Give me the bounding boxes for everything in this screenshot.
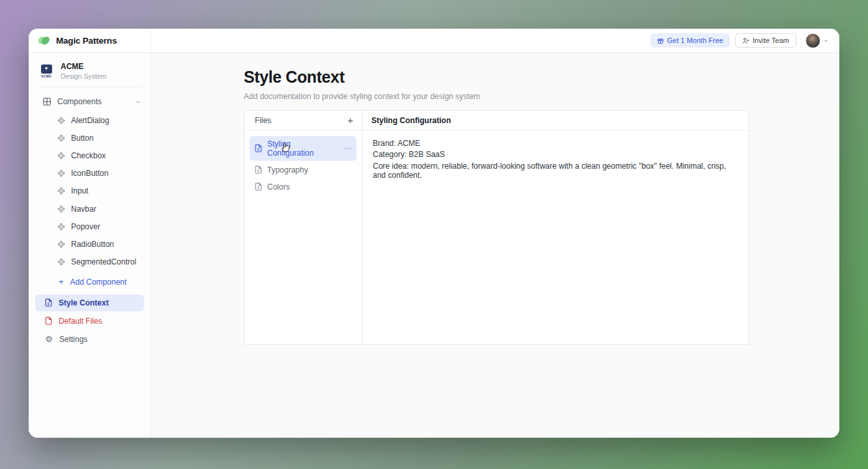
get-month-free-button[interactable]: Get 1 Month Free <box>650 33 730 48</box>
user-plus-icon <box>742 37 749 44</box>
invite-team-label: Invite Team <box>753 36 789 44</box>
workspace-name: ACME <box>61 62 107 71</box>
files-header: Files + <box>244 111 362 130</box>
style-context-panel: Files + Styling Configuration Styling Co <box>244 110 749 345</box>
account-menu[interactable] <box>805 33 829 48</box>
chevron-down-icon <box>134 98 141 106</box>
gear-icon: ⚙ <box>44 335 53 343</box>
sidebar-item-segmentedcontrol[interactable]: SegmentedControl <box>29 253 151 271</box>
detail-line-category: Category: B2B SaaS <box>373 150 738 160</box>
brand-name: Magic Patterns <box>56 36 117 46</box>
component-icon <box>57 169 65 177</box>
magic-patterns-logo-icon <box>37 35 51 46</box>
sidebar-item-default-files[interactable]: Default Files <box>35 313 144 330</box>
settings-label: Settings <box>59 335 87 344</box>
sidebar-item-alertdialog[interactable]: AlertDialog <box>29 111 151 129</box>
sidebar-item-input[interactable]: Input <box>29 182 151 200</box>
sidebar-item-settings[interactable]: ⚙ Settings <box>35 331 144 348</box>
style-context-label: Style Context <box>59 298 109 307</box>
file-item-typography[interactable]: Typography <box>250 162 356 178</box>
sidebar-item-iconbutton[interactable]: IconButton <box>29 165 151 182</box>
file-item-colors[interactable]: Colors <box>250 179 356 195</box>
panel-header: Files + Styling Configuration <box>244 111 749 131</box>
component-icon <box>57 205 65 213</box>
panel-body: Styling Configuration ⋯ Typography <box>244 131 749 344</box>
main-content: Style Context Add documentation to provi… <box>151 53 839 438</box>
page-title: Style Context <box>244 68 839 87</box>
detail-line-core-idea: Core idea: modern, reliable, forward-loo… <box>373 162 738 180</box>
chevron-down-icon <box>823 38 829 44</box>
sidebar-item-navbar[interactable]: Navbar <box>29 200 151 218</box>
files-list: Styling Configuration ⋯ Typography <box>244 131 362 344</box>
components-section-label: Components <box>57 97 102 106</box>
file-detail-content: Brand: ACME Category: B2B SaaS Core idea… <box>362 131 749 344</box>
component-icon <box>57 152 65 160</box>
default-files-label: Default Files <box>59 317 102 326</box>
add-component-button[interactable]: + Add Component <box>29 271 151 293</box>
file-item-styling-configuration[interactable]: Styling Configuration ⋯ <box>250 136 356 161</box>
workspace-subtitle: Design System <box>61 72 107 80</box>
component-icon <box>57 240 65 248</box>
avatar <box>805 33 820 48</box>
get-month-free-label: Get 1 Month Free <box>667 36 723 44</box>
add-file-button[interactable]: + <box>347 115 353 125</box>
component-icon <box>57 223 65 231</box>
sidebar-item-style-context[interactable]: Style Context <box>35 294 144 311</box>
invite-team-button[interactable]: Invite Team <box>735 33 796 48</box>
file-text-icon <box>254 144 263 152</box>
sidebar-item-popover[interactable]: Popover <box>29 218 151 235</box>
file-text-icon <box>254 182 263 191</box>
files-header-label: Files <box>255 116 271 125</box>
acme-logo: ✦ ACME <box>38 64 55 78</box>
sidebar-divider <box>38 87 141 87</box>
brand-area[interactable]: Magic Patterns <box>29 29 151 52</box>
detail-header: Styling Configuration <box>362 111 749 130</box>
plus-icon: + <box>59 277 64 286</box>
sidebar-item-checkbox[interactable]: Checkbox <box>29 147 151 164</box>
component-icon <box>57 117 65 124</box>
gift-icon <box>657 37 664 44</box>
detail-title: Styling Configuration <box>371 116 451 125</box>
component-icon <box>57 258 65 266</box>
sidebar: ✦ ACME ACME Design System Components <box>29 53 151 438</box>
component-icon <box>57 187 65 195</box>
components-section-toggle[interactable]: Components <box>29 91 151 111</box>
file-icon <box>44 317 53 325</box>
component-icon <box>57 134 65 142</box>
grid-icon <box>42 97 51 106</box>
detail-line-brand: Brand: ACME <box>373 139 738 149</box>
workspace-switcher[interactable]: ✦ ACME ACME Design System <box>29 59 151 87</box>
top-bar: Magic Patterns Get 1 Month Free In <box>29 29 839 53</box>
app-window: Magic Patterns Get 1 Month Free In <box>29 29 839 438</box>
sidebar-item-button[interactable]: Button <box>29 129 151 147</box>
page-subtitle: Add documentation to provide styling con… <box>244 92 839 101</box>
sidebar-item-radiobutton[interactable]: RadioButton <box>29 235 151 253</box>
file-text-icon <box>254 165 263 174</box>
add-component-label: Add Component <box>70 277 127 287</box>
top-bar-actions: Get 1 Month Free Invite Team <box>151 29 839 52</box>
file-text-icon <box>44 298 53 307</box>
